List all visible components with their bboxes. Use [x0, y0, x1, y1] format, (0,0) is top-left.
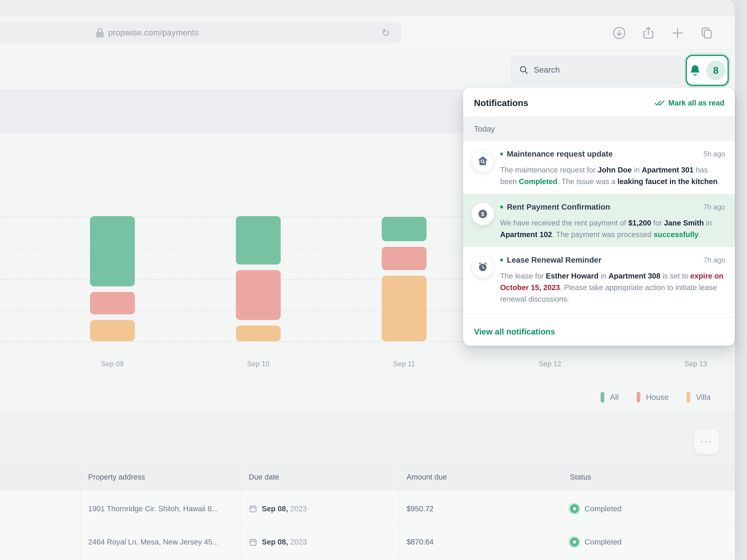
- bar-villa-sep09: [90, 320, 135, 341]
- notifications-panel-title: Notifications: [474, 98, 528, 108]
- share-icon[interactable]: [642, 26, 655, 40]
- unread-dot: [500, 259, 503, 262]
- mark-all-as-read-link[interactable]: Mark all as read: [654, 99, 724, 107]
- ellipsis-icon: ...: [700, 439, 713, 444]
- notification-title: Lease Renewal Reminder: [507, 256, 703, 265]
- x-axis-label: Sep 11: [367, 360, 441, 368]
- legend-item-house[interactable]: House: [637, 392, 669, 403]
- bar-house-sep11: [382, 247, 427, 270]
- legend-swatch-icon: [600, 392, 604, 403]
- svg-text:$: $: [481, 211, 484, 217]
- tabs-overview-icon[interactable]: [700, 26, 713, 40]
- new-tab-icon[interactable]: [671, 26, 684, 40]
- legend-label: House: [646, 393, 669, 402]
- due-year: 2023: [290, 538, 307, 546]
- table-row-partial: [0, 558, 735, 560]
- legend-swatch-icon: [687, 392, 690, 403]
- dollar-icon: $: [471, 203, 494, 225]
- property-address: 2464 Royal Ln. Mesa, New Jersey 45...: [88, 538, 218, 546]
- url-text: propwise.com/payments: [108, 28, 199, 37]
- download-icon[interactable]: [613, 26, 626, 40]
- browser-tabstrip: [0, 0, 735, 16]
- status-label: Completed: [585, 504, 621, 513]
- notification-time: 7h ago: [703, 256, 725, 264]
- x-axis-label: Sep 09: [75, 360, 150, 368]
- notifications-panel: Notifications Mark all as read Today Mai…: [463, 88, 735, 346]
- reload-icon[interactable]: ↻: [382, 27, 390, 38]
- payments-table: Property address Due date Amount due Sta…: [0, 463, 735, 560]
- due-year: 2023: [290, 505, 307, 513]
- status-dot-icon: [570, 538, 579, 546]
- bell-icon: [689, 64, 701, 77]
- browser-window: propwise.com/payments ↻: [0, 0, 735, 560]
- notifications-button[interactable]: 8: [686, 55, 729, 86]
- due-date: Sep 08,: [262, 505, 288, 513]
- column-header-status: Status: [562, 463, 591, 491]
- x-axis-label: Sep 12: [513, 360, 587, 368]
- notification-item[interactable]: Lease Renewal Reminder 7h ago The lease …: [463, 247, 735, 312]
- table-row[interactable]: 1901 Thornridge Cir. Shiloh, Hawaii 8...…: [0, 491, 735, 526]
- table-row[interactable]: 2464 Royal Ln. Mesa, New Jersey 45... Se…: [0, 527, 735, 557]
- table-more-button[interactable]: ...: [694, 429, 719, 454]
- legend-swatch-icon: [637, 392, 640, 403]
- calendar-icon: [249, 504, 257, 513]
- home-search-icon: [471, 150, 494, 172]
- calendar-icon: [249, 538, 257, 546]
- search-icon: [519, 65, 529, 75]
- notification-title: Maintenance request update: [507, 150, 703, 158]
- app-header: Search 8: [0, 50, 735, 89]
- bar-villa-sep11: [382, 276, 427, 341]
- bar-all-sep09: [90, 216, 135, 286]
- unread-dot: [500, 206, 503, 209]
- amount-due: $950.72: [407, 505, 434, 513]
- view-all-notifications-link[interactable]: View all notifications: [474, 327, 555, 336]
- status-label: Completed: [585, 538, 621, 546]
- x-axis-label: Sep 13: [659, 360, 733, 368]
- bar-all-sep10: [236, 216, 281, 265]
- legend-label: Villa: [696, 393, 711, 402]
- column-header-due-date: Due date: [241, 463, 279, 491]
- column-header-property-address: Property address: [80, 463, 145, 491]
- bar-house-sep10: [236, 270, 281, 320]
- alarm-clock-icon: [471, 256, 494, 278]
- column-header-amount-due: Amount due: [399, 463, 447, 491]
- property-address: 1901 Thornridge Cir. Shiloh, Hawaii 8...: [88, 505, 218, 513]
- table-header-row: Property address Due date Amount due Sta…: [0, 463, 735, 491]
- bar-villa-sep10: [236, 325, 281, 341]
- notification-item[interactable]: $ Rent Payment Confirmation 7h ago We ha…: [463, 194, 735, 247]
- screen: propwise.com/payments ↻: [0, 0, 747, 560]
- notification-body: The maintenance request for John Doe in …: [500, 164, 725, 187]
- notification-time: 5h ago: [703, 150, 725, 158]
- chart-legend: AllHouseVilla: [0, 382, 735, 412]
- browser-toolbar: propwise.com/payments ↻: [0, 16, 735, 50]
- legend-item-villa[interactable]: Villa: [687, 392, 711, 403]
- status-dot-icon: [570, 504, 579, 513]
- notifications-section-today: Today: [463, 117, 735, 141]
- x-axis-label: Sep 10: [221, 360, 295, 368]
- legend-label: All: [610, 393, 619, 402]
- unread-dot: [500, 153, 503, 156]
- due-date: Sep 08,: [262, 538, 288, 546]
- notification-time: 7h ago: [703, 203, 725, 211]
- notification-body: We have received the rent payment of $1,…: [500, 217, 725, 240]
- notification-item[interactable]: Maintenance request update 5h ago The ma…: [463, 141, 735, 194]
- notification-body: The lease for Esther Howard in Apartment…: [500, 270, 725, 305]
- lock-icon: [96, 28, 104, 37]
- legend-item-all[interactable]: All: [600, 392, 619, 403]
- notification-count-badge: 8: [706, 61, 725, 80]
- bar-house-sep09: [90, 292, 135, 314]
- double-check-icon: [654, 99, 665, 107]
- amount-due: $870.64: [407, 538, 434, 546]
- notification-title: Rent Payment Confirmation: [507, 203, 703, 212]
- url-bar[interactable]: propwise.com/payments ↻: [0, 22, 402, 43]
- bar-all-sep11: [382, 217, 427, 241]
- search-placeholder: Search: [534, 65, 560, 75]
- search-input[interactable]: Search: [511, 56, 682, 84]
